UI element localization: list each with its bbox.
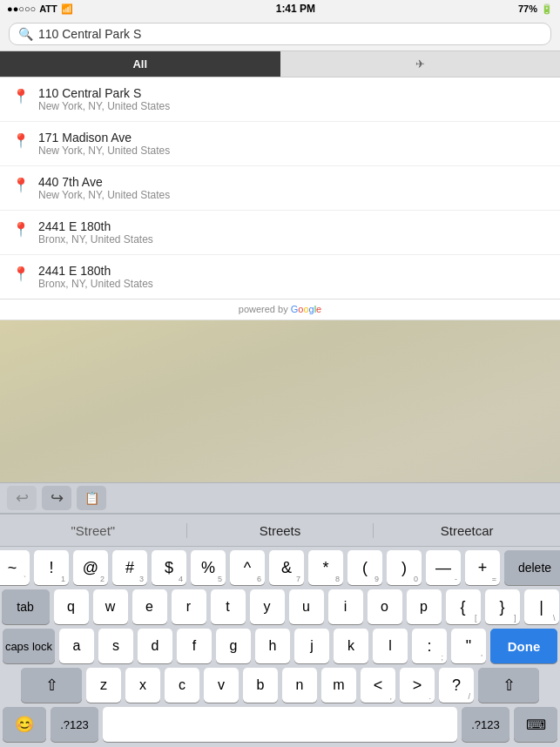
keyboard: ↩ ↪ 📋 "Street" Streets Streetcar ~` !1 @… (0, 482, 560, 747)
autocomplete-main-3: 2441 E 180th (38, 219, 153, 233)
search-input-wrapper[interactable]: 🔍 (9, 23, 551, 45)
key-i[interactable]: i (328, 589, 363, 624)
battery-icon: 🔋 (541, 3, 553, 15)
num-key-left[interactable]: .?123 (51, 707, 98, 742)
keyboard-dismiss-key[interactable]: ⌨ (514, 707, 557, 742)
key-caret[interactable]: ^6 (230, 550, 265, 585)
autocomplete-text-0: 110 Central Park S New York, NY, United … (38, 86, 170, 112)
tab-all[interactable]: All (0, 51, 280, 77)
key-v[interactable]: v (204, 668, 239, 703)
autocorrect-streets[interactable]: Streets (187, 523, 374, 538)
autocorrect-streets-text: Streets (260, 523, 301, 538)
key-percent[interactable]: %5 (191, 550, 226, 585)
autocomplete-main-2: 440 7th Ave (38, 175, 170, 189)
key-tilde[interactable]: ~` (0, 550, 30, 585)
key-exclaim[interactable]: !1 (34, 550, 69, 585)
key-q[interactable]: q (54, 589, 89, 624)
key-m[interactable]: m (321, 668, 356, 703)
key-a[interactable]: a (59, 629, 94, 663)
key-x[interactable]: x (125, 668, 160, 703)
key-e[interactable]: e (132, 589, 167, 624)
key-lt[interactable]: <, (361, 668, 395, 703)
key-n[interactable]: n (282, 668, 317, 703)
key-d[interactable]: d (138, 629, 172, 663)
key-hash[interactable]: #3 (112, 550, 147, 585)
key-c[interactable]: c (165, 668, 199, 703)
pin-icon-1: 📍 (12, 132, 30, 149)
tabs: All ✈ (0, 51, 560, 77)
key-b[interactable]: b (243, 668, 278, 703)
autocomplete-sub-1: New York, NY, United States (38, 145, 170, 157)
emoji-key[interactable]: 😊 (3, 707, 46, 742)
undo-button[interactable]: ↩ (7, 486, 37, 510)
key-at[interactable]: @2 (73, 550, 108, 585)
autocomplete-sub-4: Bronx, NY, United States (38, 278, 153, 290)
key-z[interactable]: z (86, 668, 121, 703)
key-gt[interactable]: >. (400, 668, 435, 703)
key-r[interactable]: r (172, 589, 206, 624)
key-s[interactable]: s (98, 629, 133, 663)
key-f[interactable]: f (177, 629, 212, 663)
key-pipe[interactable]: |\ (524, 589, 559, 624)
key-amp[interactable]: &7 (269, 550, 304, 585)
shift-key-right[interactable]: ⇧ (478, 668, 539, 703)
autocomplete-text-1: 171 Madison Ave New York, NY, United Sta… (38, 131, 170, 157)
done-key[interactable]: Done (490, 629, 557, 663)
space-key[interactable] (103, 707, 457, 742)
key-colon[interactable]: :; (412, 629, 447, 663)
autocomplete-main-4: 2441 E 180th (38, 264, 153, 278)
key-plus[interactable]: += (465, 550, 500, 585)
key-dollar[interactable]: $4 (152, 550, 186, 585)
key-question[interactable]: ?/ (439, 668, 474, 703)
autocomplete-item-3[interactable]: 📍 2441 E 180th Bronx, NY, United States (0, 211, 560, 255)
pin-icon-0: 📍 (12, 88, 30, 104)
search-input[interactable] (38, 27, 542, 41)
signal-dots: ●●○○○ (7, 3, 36, 14)
key-l[interactable]: l (373, 629, 408, 663)
autocorrect-street-quoted[interactable]: "Street" (0, 523, 187, 538)
key-k[interactable]: k (334, 629, 368, 663)
autocomplete-text-4: 2441 E 180th Bronx, NY, United States (38, 264, 153, 290)
key-lbrace[interactable]: {[ (446, 589, 481, 624)
key-g[interactable]: g (216, 629, 251, 663)
key-dash[interactable]: —- (426, 550, 461, 585)
key-dquote[interactable]: "' (451, 629, 486, 663)
key-o[interactable]: o (368, 589, 402, 624)
redo-button[interactable]: ↪ (42, 486, 71, 510)
key-lparen[interactable]: (9 (347, 550, 382, 585)
autocorrect-bar: "Street" Streets Streetcar (0, 514, 560, 547)
key-p[interactable]: p (407, 589, 442, 624)
key-row-4: ⇧ z x c v b n m <, >. ?/ ⇧ (3, 668, 557, 703)
tab-key[interactable]: tab (2, 589, 50, 624)
status-time: 1:41 PM (276, 3, 315, 15)
key-star[interactable]: *8 (308, 550, 343, 585)
key-t[interactable]: t (211, 589, 246, 624)
autocomplete-item-0[interactable]: 📍 110 Central Park S New York, NY, Unite… (0, 77, 560, 122)
num-key-right[interactable]: .?123 (462, 707, 509, 742)
status-bar: ●●○○○ ATT 📶 1:41 PM 77% 🔋 (0, 0, 560, 17)
delete-key[interactable]: delete (504, 550, 560, 585)
tab-flights[interactable]: ✈ (280, 51, 561, 77)
search-bar: 🔍 (0, 17, 560, 51)
key-y[interactable]: y (250, 589, 285, 624)
autocomplete-text-3: 2441 E 180th Bronx, NY, United States (38, 219, 153, 246)
autocomplete-text-2: 440 7th Ave New York, NY, United States (38, 175, 170, 201)
search-icon: 🔍 (18, 27, 33, 41)
key-rparen[interactable]: )0 (387, 550, 422, 585)
autocomplete-item-1[interactable]: 📍 171 Madison Ave New York, NY, United S… (0, 122, 560, 166)
carrier-label: ATT (39, 3, 57, 14)
caps-lock-key[interactable]: caps lock (3, 629, 55, 663)
keyboard-keys: ~` !1 @2 #3 $4 %5 ^6 &7 *8 (9 )0 —- += d… (0, 547, 560, 747)
key-u[interactable]: u (289, 589, 324, 624)
key-h[interactable]: h (255, 629, 290, 663)
key-w[interactable]: w (93, 589, 128, 624)
autocomplete-item-4[interactable]: 📍 2441 E 180th Bronx, NY, United States (0, 255, 560, 299)
autocomplete-item-2[interactable]: 📍 440 7th Ave New York, NY, United State… (0, 166, 560, 211)
key-j[interactable]: j (294, 629, 329, 663)
clipboard-button[interactable]: 📋 (77, 486, 106, 510)
pin-icon-2: 📍 (12, 177, 30, 193)
shift-key-left[interactable]: ⇧ (21, 668, 82, 703)
status-left: ●●○○○ ATT 📶 (7, 3, 73, 15)
key-rbrace[interactable]: }] (485, 589, 520, 624)
autocorrect-streetcar[interactable]: Streetcar (374, 523, 560, 538)
